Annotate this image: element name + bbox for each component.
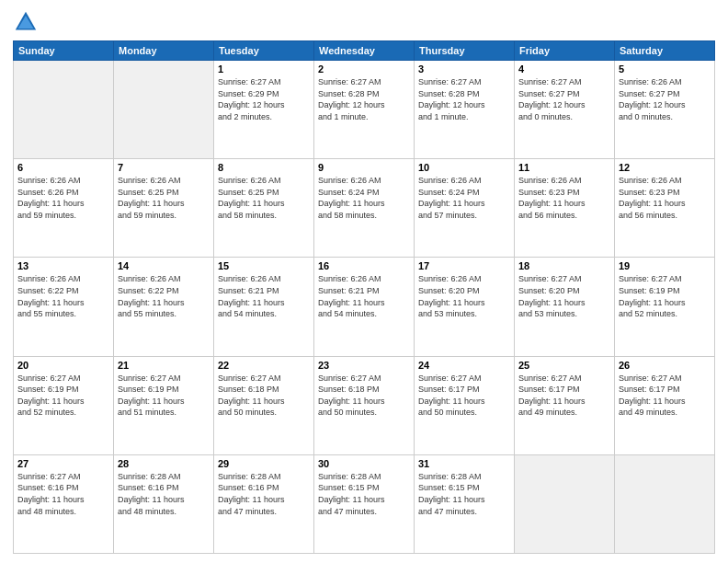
calendar-cell: 15Sunrise: 6:26 AM Sunset: 6:21 PM Dayli…: [214, 258, 314, 356]
day-info: Sunrise: 6:27 AM Sunset: 6:17 PM Dayligh…: [619, 373, 711, 419]
calendar-week-row: 27Sunrise: 6:27 AM Sunset: 6:16 PM Dayli…: [14, 454, 715, 553]
day-info: Sunrise: 6:27 AM Sunset: 6:18 PM Dayligh…: [218, 373, 310, 419]
day-number: 22: [218, 360, 310, 371]
calendar-cell: 26Sunrise: 6:27 AM Sunset: 6:17 PM Dayli…: [615, 356, 715, 454]
weekday-header-thursday: Thursday: [415, 41, 515, 61]
calendar-cell: 1Sunrise: 6:27 AM Sunset: 6:29 PM Daylig…: [214, 61, 314, 159]
day-number: 29: [218, 458, 310, 469]
calendar-cell: 25Sunrise: 6:27 AM Sunset: 6:17 PM Dayli…: [515, 356, 615, 454]
day-number: 7: [118, 162, 210, 173]
calendar-cell: [14, 61, 114, 159]
day-number: 30: [318, 458, 410, 469]
day-info: Sunrise: 6:27 AM Sunset: 6:17 PM Dayligh…: [418, 373, 510, 419]
day-number: 14: [118, 260, 210, 271]
day-info: Sunrise: 6:28 AM Sunset: 6:15 PM Dayligh…: [418, 471, 510, 517]
day-info: Sunrise: 6:26 AM Sunset: 6:22 PM Dayligh…: [17, 273, 109, 319]
day-number: 18: [518, 260, 610, 271]
day-number: 24: [418, 360, 510, 371]
calendar-cell: 18Sunrise: 6:27 AM Sunset: 6:20 PM Dayli…: [515, 258, 615, 356]
calendar-cell: 24Sunrise: 6:27 AM Sunset: 6:17 PM Dayli…: [415, 356, 515, 454]
day-number: 26: [619, 360, 711, 371]
day-info: Sunrise: 6:27 AM Sunset: 6:20 PM Dayligh…: [518, 273, 610, 319]
day-number: 8: [218, 162, 310, 173]
calendar-cell: 16Sunrise: 6:26 AM Sunset: 6:21 PM Dayli…: [314, 258, 415, 356]
calendar-week-row: 6Sunrise: 6:26 AM Sunset: 6:26 PM Daylig…: [14, 159, 715, 258]
logo-icon: [13, 9, 39, 35]
day-number: 27: [17, 458, 109, 469]
day-info: Sunrise: 6:26 AM Sunset: 6:20 PM Dayligh…: [418, 273, 510, 319]
day-number: 23: [318, 360, 410, 371]
day-info: Sunrise: 6:26 AM Sunset: 6:23 PM Dayligh…: [518, 175, 610, 221]
calendar-cell: 6Sunrise: 6:26 AM Sunset: 6:26 PM Daylig…: [14, 159, 114, 258]
calendar-cell: 17Sunrise: 6:26 AM Sunset: 6:20 PM Dayli…: [415, 258, 515, 356]
day-info: Sunrise: 6:27 AM Sunset: 6:29 PM Dayligh…: [218, 76, 310, 122]
calendar-cell: 5Sunrise: 6:26 AM Sunset: 6:27 PM Daylig…: [615, 61, 715, 159]
day-info: Sunrise: 6:26 AM Sunset: 6:26 PM Dayligh…: [17, 175, 109, 221]
day-number: 20: [17, 360, 109, 371]
day-info: Sunrise: 6:26 AM Sunset: 6:25 PM Dayligh…: [118, 175, 210, 221]
calendar-cell: 14Sunrise: 6:26 AM Sunset: 6:22 PM Dayli…: [114, 258, 214, 356]
day-number: 5: [619, 63, 711, 75]
calendar-cell: [515, 454, 615, 553]
day-number: 3: [418, 63, 510, 75]
day-number: 17: [418, 260, 510, 271]
day-info: Sunrise: 6:26 AM Sunset: 6:25 PM Dayligh…: [218, 175, 310, 221]
day-number: 11: [518, 162, 610, 173]
day-info: Sunrise: 6:26 AM Sunset: 6:21 PM Dayligh…: [318, 273, 410, 319]
day-number: 16: [318, 260, 410, 271]
day-info: Sunrise: 6:26 AM Sunset: 6:21 PM Dayligh…: [218, 273, 310, 319]
day-number: 31: [418, 458, 510, 469]
day-info: Sunrise: 6:27 AM Sunset: 6:17 PM Dayligh…: [518, 373, 610, 419]
calendar-cell: 28Sunrise: 6:28 AM Sunset: 6:16 PM Dayli…: [114, 454, 214, 553]
calendar-cell: 11Sunrise: 6:26 AM Sunset: 6:23 PM Dayli…: [515, 159, 615, 258]
calendar-week-row: 13Sunrise: 6:26 AM Sunset: 6:22 PM Dayli…: [14, 258, 715, 356]
calendar-cell: [615, 454, 715, 553]
calendar-cell: 4Sunrise: 6:27 AM Sunset: 6:27 PM Daylig…: [515, 61, 615, 159]
weekday-header-sunday: Sunday: [14, 41, 114, 61]
calendar-week-row: 1Sunrise: 6:27 AM Sunset: 6:29 PM Daylig…: [14, 61, 715, 159]
weekday-header-tuesday: Tuesday: [214, 41, 314, 61]
calendar-cell: 27Sunrise: 6:27 AM Sunset: 6:16 PM Dayli…: [14, 454, 114, 553]
calendar-week-row: 20Sunrise: 6:27 AM Sunset: 6:19 PM Dayli…: [14, 356, 715, 454]
day-info: Sunrise: 6:26 AM Sunset: 6:22 PM Dayligh…: [118, 273, 210, 319]
day-number: 28: [118, 458, 210, 469]
calendar-cell: 8Sunrise: 6:26 AM Sunset: 6:25 PM Daylig…: [214, 159, 314, 258]
day-info: Sunrise: 6:27 AM Sunset: 6:16 PM Dayligh…: [17, 471, 109, 517]
day-info: Sunrise: 6:26 AM Sunset: 6:24 PM Dayligh…: [418, 175, 510, 221]
day-info: Sunrise: 6:27 AM Sunset: 6:28 PM Dayligh…: [418, 76, 510, 122]
day-number: 4: [518, 63, 610, 75]
weekday-header-friday: Friday: [515, 41, 615, 61]
weekday-header-monday: Monday: [114, 41, 214, 61]
day-info: Sunrise: 6:28 AM Sunset: 6:15 PM Dayligh…: [318, 471, 410, 517]
day-number: 1: [218, 63, 310, 75]
day-number: 9: [318, 162, 410, 173]
day-info: Sunrise: 6:27 AM Sunset: 6:18 PM Dayligh…: [318, 373, 410, 419]
day-info: Sunrise: 6:26 AM Sunset: 6:24 PM Dayligh…: [318, 175, 410, 221]
calendar-cell: 9Sunrise: 6:26 AM Sunset: 6:24 PM Daylig…: [314, 159, 415, 258]
calendar-cell: 29Sunrise: 6:28 AM Sunset: 6:16 PM Dayli…: [214, 454, 314, 553]
day-number: 12: [619, 162, 711, 173]
weekday-header-row: SundayMondayTuesdayWednesdayThursdayFrid…: [14, 41, 715, 61]
day-number: 15: [218, 260, 310, 271]
calendar-cell: 21Sunrise: 6:27 AM Sunset: 6:19 PM Dayli…: [114, 356, 214, 454]
day-info: Sunrise: 6:28 AM Sunset: 6:16 PM Dayligh…: [118, 471, 210, 517]
calendar-cell: 2Sunrise: 6:27 AM Sunset: 6:28 PM Daylig…: [314, 61, 415, 159]
calendar-cell: 22Sunrise: 6:27 AM Sunset: 6:18 PM Dayli…: [214, 356, 314, 454]
page: SundayMondayTuesdayWednesdayThursdayFrid…: [0, 0, 728, 563]
day-info: Sunrise: 6:27 AM Sunset: 6:19 PM Dayligh…: [619, 273, 711, 319]
day-info: Sunrise: 6:28 AM Sunset: 6:16 PM Dayligh…: [218, 471, 310, 517]
calendar-cell: 20Sunrise: 6:27 AM Sunset: 6:19 PM Dayli…: [14, 356, 114, 454]
day-info: Sunrise: 6:27 AM Sunset: 6:27 PM Dayligh…: [518, 76, 610, 122]
calendar-cell: [114, 61, 214, 159]
calendar-table: SundayMondayTuesdayWednesdayThursdayFrid…: [13, 40, 715, 554]
day-number: 10: [418, 162, 510, 173]
calendar-cell: 3Sunrise: 6:27 AM Sunset: 6:28 PM Daylig…: [415, 61, 515, 159]
weekday-header-saturday: Saturday: [615, 41, 715, 61]
logo: [13, 9, 42, 35]
calendar-cell: 10Sunrise: 6:26 AM Sunset: 6:24 PM Dayli…: [415, 159, 515, 258]
day-info: Sunrise: 6:27 AM Sunset: 6:28 PM Dayligh…: [318, 76, 410, 122]
day-number: 2: [318, 63, 410, 75]
day-number: 21: [118, 360, 210, 371]
day-info: Sunrise: 6:27 AM Sunset: 6:19 PM Dayligh…: [17, 373, 109, 419]
day-info: Sunrise: 6:26 AM Sunset: 6:27 PM Dayligh…: [619, 76, 711, 122]
